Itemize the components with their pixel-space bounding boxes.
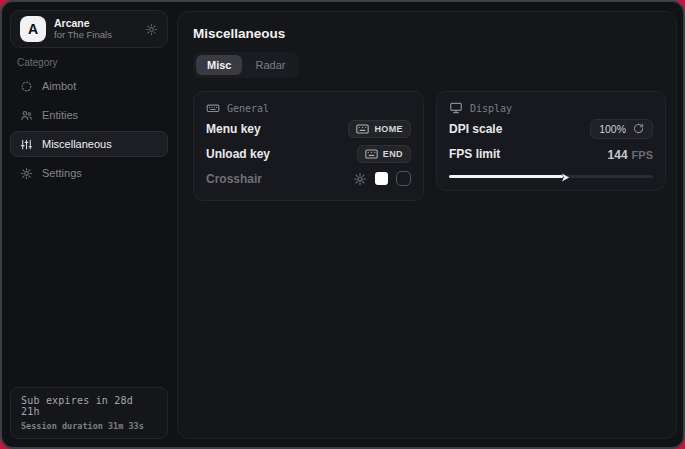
- page-title: Miscellaneous: [193, 26, 666, 41]
- menu-key-row: Menu key HOME: [206, 117, 411, 140]
- unload-key-value: END: [383, 149, 403, 159]
- monitor-icon: [449, 101, 463, 115]
- sidebar-item-label: Entities: [42, 109, 78, 121]
- general-card: General Menu key HOME: [193, 91, 424, 201]
- sidebar-item-entities[interactable]: Entities: [10, 102, 168, 128]
- app-window: A Arcane for The Finals Category: [0, 0, 685, 449]
- sidebar-item-label: Aimbot: [42, 80, 76, 92]
- header-gear-icon[interactable]: [145, 23, 158, 36]
- general-card-title: General: [227, 103, 269, 114]
- general-card-header: General: [206, 101, 411, 115]
- crosshair-settings-gear-icon[interactable]: [353, 172, 367, 186]
- keyboard-icon: [206, 101, 220, 115]
- sidebar-item-settings[interactable]: Settings: [10, 160, 168, 186]
- tab-misc[interactable]: Misc: [196, 55, 242, 75]
- sidebar: A Arcane for The Finals Category: [2, 2, 175, 447]
- sidebar-item-label: Miscellaneous: [42, 138, 112, 150]
- category-label: Category: [17, 57, 58, 68]
- unload-key-row: Unload key END: [206, 142, 411, 165]
- sidebar-item-aimbot[interactable]: Aimbot: [10, 73, 168, 99]
- keyboard-icon: [365, 149, 378, 159]
- crosshair-icon: [20, 80, 33, 93]
- dpi-scale-label: DPI scale: [449, 122, 502, 136]
- subscription-info-card: Sub expires in 28d 21h Session duration …: [10, 387, 168, 439]
- keyboard-icon: [356, 124, 369, 134]
- sidebar-item-miscellaneous[interactable]: Miscellaneous: [10, 131, 168, 157]
- dpi-scale-button[interactable]: 100%: [590, 119, 653, 139]
- display-card-title: Display: [470, 103, 512, 114]
- tab-radar[interactable]: Radar: [244, 55, 296, 75]
- sidebar-nav: Aimbot Entities: [10, 73, 168, 186]
- tab-bar: Misc Radar: [193, 52, 299, 78]
- sliders-icon: [20, 138, 33, 151]
- app-subtitle: for The Finals: [54, 30, 112, 41]
- app-logo: A: [20, 16, 46, 42]
- unload-key-button[interactable]: END: [357, 145, 411, 163]
- slider-fill: [449, 175, 563, 178]
- display-card: Display DPI scale 100%: [436, 91, 666, 191]
- sub-expires-text: Sub expires in 28d 21h: [21, 395, 157, 417]
- crosshair-label: Crosshair: [206, 172, 262, 186]
- fps-limit-label: FPS limit: [449, 147, 500, 161]
- crosshair-row: Crosshair: [206, 167, 411, 190]
- slider-thumb-arrow-icon[interactable]: [561, 173, 570, 182]
- dpi-scale-row: DPI scale 100%: [449, 117, 653, 140]
- crosshair-color-swatch[interactable]: [375, 172, 388, 185]
- desktop-background: A Arcane for The Finals Category: [0, 0, 685, 449]
- gear-icon: [20, 167, 33, 180]
- menu-key-value: HOME: [374, 124, 403, 134]
- fps-limit-unit: FPS: [632, 149, 653, 161]
- display-card-header: Display: [449, 101, 653, 115]
- unload-key-label: Unload key: [206, 147, 270, 161]
- app-header-card: A Arcane for The Finals: [10, 10, 168, 48]
- menu-key-label: Menu key: [206, 122, 261, 136]
- cycle-refresh-icon: [633, 123, 644, 134]
- main-panel: Miscellaneous Misc Radar Gener: [177, 11, 677, 439]
- fps-limit-row: FPS limit 144FPS: [449, 142, 653, 165]
- crosshair-checkbox[interactable]: [396, 171, 411, 186]
- fps-limit-slider[interactable]: [449, 172, 653, 180]
- menu-key-button[interactable]: HOME: [348, 120, 411, 138]
- entities-icon: [20, 109, 33, 122]
- dpi-scale-value: 100%: [599, 123, 626, 135]
- session-duration-text: Session duration 31m 33s: [21, 421, 157, 431]
- sidebar-item-label: Settings: [42, 167, 82, 179]
- fps-limit-value: 144: [608, 148, 628, 162]
- app-name: Arcane: [54, 17, 112, 29]
